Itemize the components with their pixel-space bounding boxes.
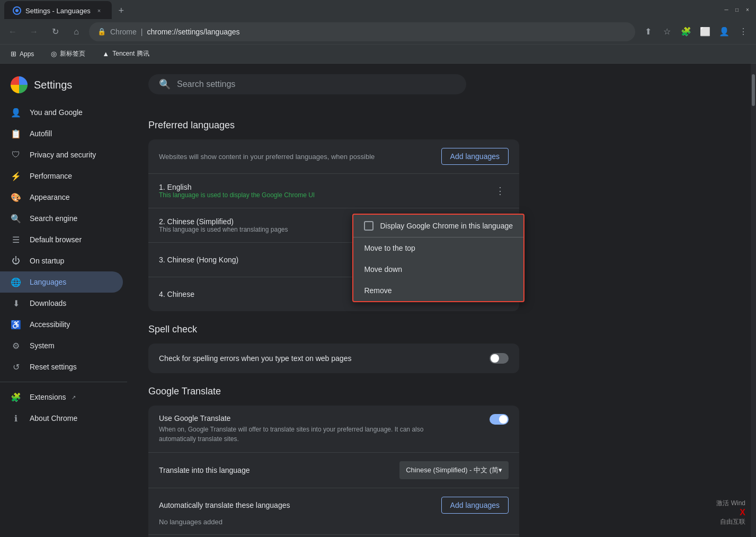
languages-description: Websites will show content in your prefe…: [159, 153, 375, 161]
address-bar[interactable]: 🔒 Chrome | chrome://settings/languages: [89, 22, 635, 41]
tab-favicon: [13, 6, 21, 15]
address-separator: |: [141, 28, 143, 36]
sidebar-item-default-browser[interactable]: ☰ Default browser: [0, 229, 123, 250]
account-button[interactable]: 👤: [716, 23, 733, 40]
translate-into-select[interactable]: Chinese (Simplified) - 中文 (简▾: [399, 461, 509, 479]
menu-button[interactable]: ⋮: [735, 23, 752, 40]
close-button[interactable]: ×: [743, 5, 752, 14]
sidebar-label-performance: Performance: [30, 172, 72, 180]
move-down-item[interactable]: Move down: [353, 259, 523, 280]
back-button[interactable]: ←: [4, 23, 21, 40]
bookmark-apps[interactable]: ⊞ Apps: [6, 48, 38, 60]
address-brand: Chrome: [110, 28, 137, 36]
address-url: chrome://settings/languages: [147, 28, 627, 36]
move-to-top-label: Move to the top: [364, 244, 415, 252]
use-translate-toggle[interactable]: [490, 414, 509, 425]
sidebar-item-system[interactable]: ⚙ System: [0, 335, 123, 356]
display-chrome-checkbox[interactable]: [364, 221, 373, 231]
add-languages-button[interactable]: Add languages: [441, 148, 509, 165]
active-tab[interactable]: Settings - Languages ×: [4, 1, 112, 20]
search-engine-icon: 🔍: [11, 213, 21, 224]
sidebar-item-performance[interactable]: ⚡ Performance: [0, 165, 123, 187]
search-input[interactable]: [177, 80, 456, 89]
no-languages-added: No languages added: [159, 518, 509, 526]
sidebar-label-autofill: Autofill: [30, 129, 52, 138]
use-translate-item: Use Google Translate When on, Google Tra…: [148, 406, 519, 453]
accessibility-icon: ♿: [11, 319, 21, 330]
sidebar-label-default-browser: Default browser: [30, 235, 82, 244]
languages-card-header: Websites will show content in your prefe…: [148, 139, 519, 174]
sidebar-label-appearance: Appearance: [30, 193, 70, 201]
default-browser-icon: ☰: [11, 234, 21, 245]
sidebar-item-you-google[interactable]: 👤 You and Google: [0, 102, 123, 123]
newtab-icon: ◎: [51, 50, 57, 58]
translate-into-item: Translate into this language Chinese (Si…: [148, 453, 519, 488]
system-icon: ⚙: [11, 340, 21, 351]
sidebar-item-reset-settings[interactable]: ↺ Reset settings: [0, 356, 123, 377]
bookmark-tencent[interactable]: ▲ Tencent 腾讯: [98, 47, 153, 60]
bookmark-button[interactable]: ☆: [659, 23, 675, 40]
tab-button[interactable]: ⬜: [697, 23, 714, 40]
sidebar-item-accessibility[interactable]: ♿ Accessibility: [0, 314, 123, 335]
minimize-button[interactable]: ─: [722, 5, 731, 14]
search-container: 🔍: [127, 64, 756, 94]
tab-close-button[interactable]: ×: [95, 6, 103, 15]
search-bar[interactable]: 🔍: [148, 74, 466, 94]
translate-into-label: Translate into this language: [159, 466, 250, 474]
home-button[interactable]: ⌂: [68, 23, 85, 40]
sidebar-label-reset: Reset settings: [30, 363, 77, 371]
auto-translate-label: Automatically translate these languages: [159, 501, 290, 509]
auto-translate-add-button[interactable]: Add languages: [441, 497, 509, 514]
sidebar-title: Settings: [34, 79, 72, 91]
spell-check-toggle[interactable]: [490, 353, 509, 364]
move-down-label: Move down: [364, 265, 402, 274]
bookmark-newtab[interactable]: ◎ 新标签页: [47, 47, 90, 60]
lock-icon: 🔒: [97, 28, 106, 36]
sidebar-item-search-engine[interactable]: 🔍 Search engine: [0, 208, 123, 229]
sidebar-item-downloads[interactable]: ⬇ Downloads: [0, 293, 123, 314]
appearance-icon: 🎨: [11, 192, 21, 203]
translate-card: Use Google Translate When on, Google Tra…: [148, 406, 519, 537]
sidebar-item-autofill[interactable]: 📋 Autofill: [0, 123, 123, 144]
maximize-button[interactable]: □: [733, 5, 741, 14]
new-tab-button[interactable]: +: [114, 3, 129, 18]
scrollbar-track[interactable]: [751, 64, 756, 537]
sidebar-header: Settings: [0, 72, 127, 102]
use-translate-desc: When on, Google Translate will offer to …: [159, 425, 424, 444]
sidebar-item-about-chrome[interactable]: ℹ About Chrome: [0, 408, 123, 429]
translate-into-value: Chinese (Simplified) - 中文 (简▾: [406, 465, 502, 475]
sidebar: Settings 👤 You and Google 📋 Autofill 🛡 P…: [0, 64, 127, 537]
extensions-button[interactable]: 🧩: [678, 23, 695, 40]
sidebar-item-extensions[interactable]: 🧩 Extensions ↗: [0, 386, 123, 408]
extensions-label-group: Extensions ↗: [30, 393, 77, 401]
sidebar-divider: [0, 382, 127, 382]
auto-translate-item: Automatically translate these languages …: [148, 488, 519, 535]
english-menu-button[interactable]: ⋮: [492, 182, 509, 199]
google-translate-title: Google Translate: [148, 386, 519, 397]
refresh-button[interactable]: ↻: [47, 23, 64, 40]
apps-icon: ⊞: [11, 50, 16, 58]
sidebar-item-appearance[interactable]: 🎨 Appearance: [0, 187, 123, 208]
display-chrome-item[interactable]: Display Google Chrome in this language: [353, 215, 523, 237]
title-bar: Settings - Languages × + ─ □ ×: [0, 0, 756, 19]
move-to-top-item[interactable]: Move to the top: [353, 237, 523, 259]
sidebar-item-on-startup[interactable]: ⏻ On startup: [0, 250, 123, 271]
window-controls: ─ □ ×: [722, 5, 752, 14]
bookmark-apps-label: Apps: [20, 50, 34, 58]
downloads-icon: ⬇: [11, 298, 21, 309]
reset-icon: ↺: [11, 362, 21, 372]
english-note: This language is used to display the Goo…: [159, 191, 492, 199]
spell-check-item: Check for spelling errors when you type …: [148, 344, 519, 373]
forward-button[interactable]: →: [25, 23, 42, 40]
sidebar-item-privacy-security[interactable]: 🛡 Privacy and security: [0, 144, 123, 165]
share-button[interactable]: ⬆: [639, 23, 656, 40]
scrollbar-thumb: [752, 74, 755, 106]
privacy-icon: 🛡: [11, 149, 21, 160]
bookmarks-bar: ⊞ Apps ◎ 新标签页 ▲ Tencent 腾讯: [0, 45, 756, 64]
main-content: 🔍 Preferred languages Websites will show…: [127, 64, 756, 537]
sidebar-item-languages[interactable]: 🌐 Languages: [0, 271, 123, 293]
sidebar-label-you-google: You and Google: [30, 108, 83, 117]
browser-frame: Settings - Languages × + ─ □ × ← → ↻ ⌂ 🔒…: [0, 0, 756, 537]
remove-item[interactable]: Remove: [353, 280, 523, 301]
english-name: 1. English: [159, 183, 492, 191]
